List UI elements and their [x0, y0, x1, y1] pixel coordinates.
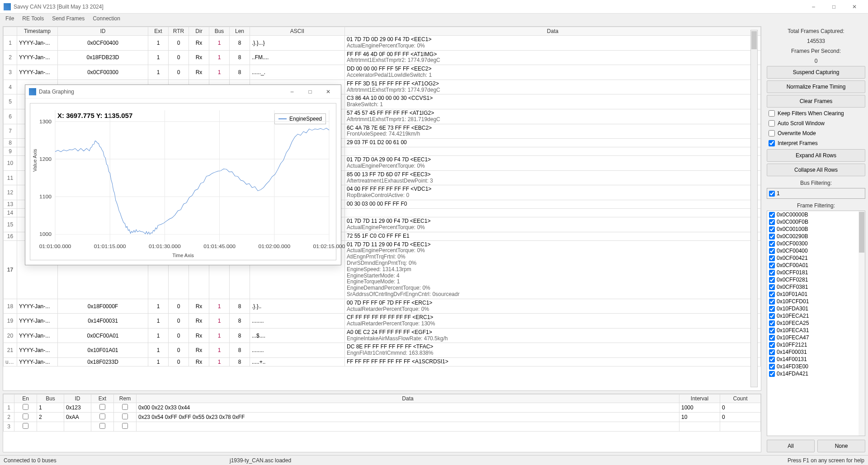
captured-label: Total Frames Captured: — [767, 28, 865, 34]
overwrite-mode-checkbox[interactable]: Overwrite Mode — [767, 129, 865, 137]
svg-text:1000: 1000 — [39, 231, 52, 237]
filter-item[interactable]: 0x0CFF0381 — [767, 283, 865, 291]
filter-item[interactable]: 0x0CFF0181 — [767, 269, 865, 276]
svg-text:01:02:00.000: 01:02:00.000 — [258, 243, 290, 249]
filter-item[interactable]: 0x0CF00421 — [767, 254, 865, 262]
statusbar: Connected to 0 buses j1939-ty_CAN.asc lo… — [0, 455, 868, 465]
filter-item[interactable]: 0x0C00100B — [767, 225, 865, 233]
graph-minimize-button[interactable]: – — [283, 85, 301, 98]
menu-re-tools[interactable]: RE Tools — [19, 14, 47, 23]
filter-item[interactable]: 0x0CF00400 — [767, 247, 865, 254]
normalize-frame-timing-button[interactable]: Normalize Frame Timing — [767, 80, 865, 93]
clear-frames-button[interactable]: Clear Frames — [767, 95, 865, 108]
filter-scrollbar[interactable] — [859, 211, 865, 436]
tx-table-row[interactable]: 110x1230x00 0x22 0x33 0x4410000 — [4, 403, 761, 413]
menu-file[interactable]: File — [2, 14, 18, 23]
main-table-scrollbar[interactable] — [750, 30, 758, 387]
filter-item[interactable]: 0x14FDA421 — [767, 370, 865, 377]
svg-text:01:01:00.000: 01:01:00.000 — [39, 243, 71, 249]
bus-filtering-label: Bus Filtering: — [767, 180, 865, 186]
tx-table-header: En Bus ID Ext Rem Data Interval Count — [4, 395, 761, 403]
table-row[interactable]: 18YYYY-Jan-...0x18F0000F10Rx18.}.}..00 7… — [4, 299, 761, 314]
captured-value: 145533 — [767, 38, 865, 44]
svg-text:01:01:15.000: 01:01:15.000 — [94, 243, 126, 249]
table-row[interactable]: 20YYYY-Jan-...0x0CF00A0110Rx18...$....A0… — [4, 328, 761, 343]
filter-item[interactable]: 0x0CF00A01 — [767, 262, 865, 269]
main-table-header: Timestamp ID Ext RTR Dir Bus Len ASCII D… — [4, 27, 761, 36]
frame-filtering-label: Frame Filtering: — [767, 202, 865, 209]
filter-item[interactable]: 0x10FF2121 — [767, 341, 865, 348]
table-row[interactable]: 1YYYY-Jan-...0x0CF0040010Rx18.}.}...}01 … — [4, 36, 761, 51]
status-right: Press F1 on any screen for help — [729, 457, 864, 464]
keep-filters-checkbox[interactable]: Keep Filters When Clearing — [767, 109, 865, 117]
table-row[interactable]: undefinedYYYY-Jan-...0x18F0233D10Rx18...… — [4, 358, 761, 366]
auto-scroll-checkbox[interactable]: Auto Scroll Window — [767, 119, 865, 127]
app-icon — [29, 88, 36, 95]
fps-label: Frames Per Second: — [767, 48, 865, 54]
frame-filter-list[interactable]: 0x0C00000B 0x0C000F0B 0x0C00100B 0x0C002… — [767, 211, 865, 436]
tx-table-row[interactable]: 3 — [4, 422, 761, 432]
filter-item[interactable]: 0x14F00031 — [767, 348, 865, 356]
filter-item[interactable]: 0x10FECA25 — [767, 319, 865, 327]
filter-item[interactable]: 0x10FECA31 — [767, 327, 865, 334]
filter-item[interactable]: 0x14FD3E00 — [767, 363, 865, 370]
filter-item[interactable]: 0x0CFF0281 — [767, 276, 865, 283]
svg-text:01:01:30.000: 01:01:30.000 — [149, 243, 181, 249]
filter-item[interactable]: 0x0C000F0B — [767, 218, 865, 225]
titlebar: Savvy CAN V213 [Built May 13 2024] – □ ✕ — [0, 0, 868, 14]
graph-close-button[interactable]: ✕ — [319, 85, 337, 98]
plot-svg: 100011001200130001:01:00.00001:01:15.000… — [55, 110, 329, 242]
svg-text:1100: 1100 — [39, 193, 52, 200]
graph-titlebar[interactable]: Data Graphing – □ ✕ — [25, 85, 341, 99]
maximize-button[interactable]: □ — [824, 0, 844, 14]
filter-none-button[interactable]: None — [817, 440, 865, 452]
table-row[interactable]: 2YYYY-Jan-...0x18FDB23D10Rx18..FM....FF … — [4, 50, 761, 65]
collapse-all-rows-button[interactable]: Collapse All Rows — [767, 164, 865, 176]
svg-text:01:02:15.000: 01:02:15.000 — [313, 243, 345, 249]
svg-text:1300: 1300 — [39, 118, 52, 125]
menu-connection[interactable]: Connection — [89, 14, 124, 23]
table-row[interactable]: 21YYYY-Jan-...0x10F01A0110Rx18........DC… — [4, 343, 761, 358]
bus-filter-input[interactable]: 1 — [767, 188, 865, 199]
table-row[interactable]: 19YYYY-Jan-...0x14F0003110Rx18........CF… — [4, 314, 761, 329]
filter-all-button[interactable]: All — [767, 440, 815, 452]
filter-item[interactable]: 0x10FCFD01 — [767, 298, 865, 305]
filter-item[interactable]: 0x10FECA47 — [767, 334, 865, 341]
graph-window[interactable]: Data Graphing – □ ✕ X: 3697.775 Y: 1135.… — [25, 85, 341, 265]
tx-table[interactable]: En Bus ID Ext Rem Data Interval Count 11… — [3, 394, 761, 452]
graph-title: Data Graphing — [39, 89, 74, 95]
close-button[interactable]: ✕ — [844, 0, 864, 14]
status-left: Connected to 0 buses — [4, 457, 230, 464]
expand-all-rows-button[interactable]: Expand All Rows — [767, 149, 865, 162]
menubar: File RE Tools Send Frames Connection — [0, 14, 868, 23]
filter-item[interactable]: 0x0C00290B — [767, 233, 865, 240]
svg-text:1200: 1200 — [39, 156, 52, 162]
tx-table-row[interactable]: 220xAA0x23 0x54 0xFF 0xFF 0x55 0x23 0x78… — [4, 413, 761, 422]
interpret-frames-checkbox[interactable]: Interpret Frames — [767, 139, 865, 147]
suspend-capturing-button[interactable]: Suspend Capturing — [767, 66, 865, 79]
filter-item[interactable]: 0x10FECA21 — [767, 312, 865, 319]
filter-item[interactable]: 0x0CF00300 — [767, 240, 865, 247]
svg-text:01:01:45.000: 01:01:45.000 — [203, 243, 236, 249]
minimize-button[interactable]: – — [803, 0, 824, 14]
filter-item[interactable]: 0x10FDA301 — [767, 305, 865, 312]
window-title: Savvy CAN V213 [Built May 13 2024] — [14, 4, 803, 10]
app-icon — [4, 3, 11, 10]
filter-item[interactable]: 0x14F00131 — [767, 356, 865, 363]
right-panel: Total Frames Captured: 145533 Frames Per… — [764, 23, 868, 455]
table-row[interactable]: 3YYYY-Jan-...0x0CF0030010Rx18......_.DD … — [4, 65, 761, 80]
y-axis-label: Value Axis — [32, 149, 38, 172]
status-center: j1939-ty_CAN.asc loaded — [230, 457, 729, 464]
fps-value: 0 — [767, 58, 865, 64]
plot-area[interactable]: X: 3697.775 Y: 1135.057 EngineSpeed Valu… — [30, 103, 336, 260]
filter-item[interactable]: 0x0C00000B — [767, 211, 865, 218]
graph-maximize-button[interactable]: □ — [301, 85, 319, 98]
menu-send-frames[interactable]: Send Frames — [48, 14, 88, 23]
filter-item[interactable]: 0x10F01A01 — [767, 291, 865, 298]
x-axis-label: Time Axis — [30, 253, 336, 258]
